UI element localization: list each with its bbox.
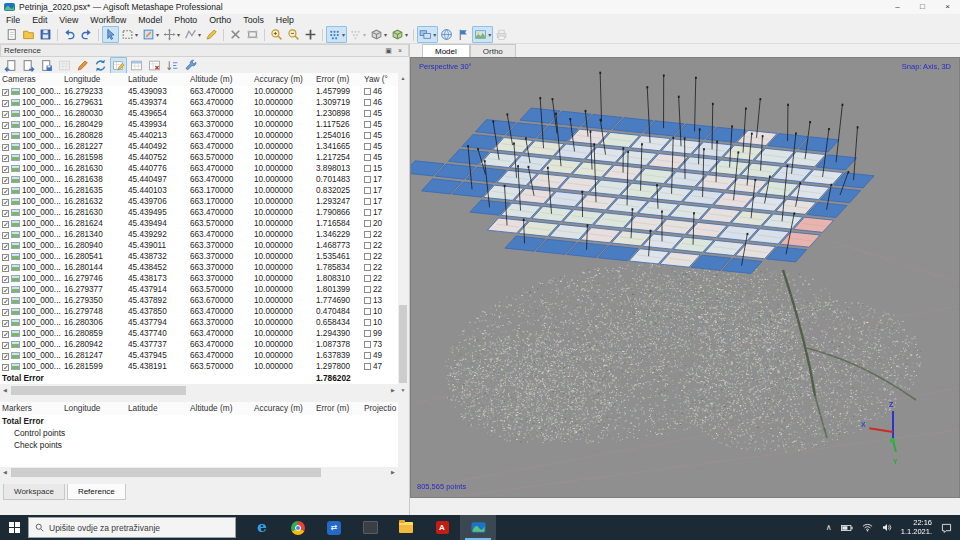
column-header[interactable]: Longitude <box>64 73 126 86</box>
menu-edit[interactable]: Edit <box>26 14 53 26</box>
zoom-out-icon[interactable] <box>285 26 302 43</box>
optimize-cameras-icon[interactable] <box>74 57 91 74</box>
battery-icon[interactable] <box>841 524 853 532</box>
camera-row[interactable]: ✓100_000...16.27937745.437914663.5700001… <box>0 284 398 295</box>
camera-row[interactable]: ✓100_000...16.28042945.439934663.3700001… <box>0 119 398 130</box>
save-project-icon[interactable] <box>37 26 54 43</box>
redo-icon[interactable] <box>78 26 95 43</box>
camera-row[interactable]: ✓100_000...16.28163045.440776663.4700001… <box>0 163 398 174</box>
camera-enabled-checkbox[interactable]: ✓ <box>2 265 9 272</box>
camera-enabled-checkbox[interactable]: ✓ <box>2 166 9 173</box>
menu-tools[interactable]: Tools <box>237 14 270 26</box>
wifi-icon[interactable] <box>862 523 873 532</box>
column-header[interactable]: Accuracy (m) <box>254 402 314 415</box>
chrome-taskbar-icon[interactable] <box>280 515 316 540</box>
new-document-icon[interactable] <box>3 26 20 43</box>
column-header[interactable]: Error (m) <box>316 73 362 86</box>
camera-row[interactable]: ✓100_000...16.28014445.438452663.3700001… <box>0 262 398 273</box>
yaw-checkbox[interactable] <box>364 242 371 249</box>
yaw-checkbox[interactable] <box>364 253 371 260</box>
minimize-button[interactable]: – <box>885 0 910 14</box>
menu-photo[interactable]: Photo <box>168 14 203 26</box>
zoom-in-icon[interactable] <box>268 26 285 43</box>
yaw-checkbox[interactable] <box>364 330 371 337</box>
view-errors-icon[interactable] <box>146 57 163 74</box>
yaw-checkbox[interactable] <box>364 209 371 216</box>
file-explorer-taskbar-icon[interactable] <box>388 515 424 540</box>
cameras-horizontal-scrollbar[interactable]: ◀ ▶ <box>0 385 398 396</box>
taskbar-search-input[interactable]: Upišite ovdje za pretraživanje <box>28 517 236 538</box>
column-header[interactable]: Longitude <box>64 402 126 415</box>
camera-row[interactable]: ✓100_000...16.27935045.437892663.6700001… <box>0 295 398 306</box>
camera-row[interactable]: ✓100_000...16.28094045.439011663.3700001… <box>0 240 398 251</box>
marker-row[interactable]: Check points <box>0 439 398 451</box>
column-header[interactable]: Accuracy (m) <box>254 73 314 86</box>
dropdown-arrow-icon[interactable]: ▾ <box>156 31 159 38</box>
sort-items-icon[interactable] <box>164 57 181 74</box>
teamviewer-taskbar-icon[interactable]: ⇄ <box>316 515 352 540</box>
metashape-taskbar-icon[interactable] <box>460 515 496 540</box>
yaw-checkbox[interactable] <box>364 99 371 106</box>
undo-icon[interactable] <box>61 26 78 43</box>
rectangle-selection-icon[interactable]: ▾ <box>119 26 140 43</box>
camera-enabled-checkbox[interactable]: ✓ <box>2 133 9 140</box>
view-estimated-icon[interactable] <box>128 57 145 74</box>
column-header[interactable]: Altitude (m) <box>190 73 252 86</box>
column-header[interactable]: Yaw (° <box>364 73 397 86</box>
camera-row[interactable]: ✓100_000...16.28124745.437945663.4700001… <box>0 350 398 361</box>
dense-cloud-view-icon[interactable]: ▾ <box>347 26 368 43</box>
dropdown-arrow-icon[interactable]: ▾ <box>405 31 408 38</box>
camera-row[interactable]: ✓100_000...16.28134045.439292663.4700001… <box>0 229 398 240</box>
marker-row[interactable]: Control points <box>0 427 398 439</box>
convert-reference-icon[interactable] <box>56 57 73 74</box>
view-tab-model[interactable]: Model <box>422 44 470 58</box>
camera-row[interactable]: ✓100_000...16.27923345.439093663.4700001… <box>0 86 398 97</box>
scroll-left-arrow[interactable]: ◀ <box>0 467 10 478</box>
yaw-checkbox[interactable] <box>364 176 371 183</box>
draw-polyline-icon[interactable] <box>203 26 220 43</box>
camera-row[interactable]: ✓100_000...16.28163245.439706663.1700001… <box>0 196 398 207</box>
yaw-checkbox[interactable] <box>364 154 371 161</box>
camera-row[interactable]: ✓100_000...16.28122745.440492663.4700001… <box>0 141 398 152</box>
dropdown-arrow-icon[interactable]: ▾ <box>363 31 366 38</box>
camera-enabled-checkbox[interactable]: ✓ <box>2 177 9 184</box>
menu-ortho[interactable]: Ortho <box>203 14 237 26</box>
menu-help[interactable]: Help <box>270 14 300 26</box>
marker-row[interactable]: Total Error <box>0 415 398 427</box>
camera-enabled-checkbox[interactable]: ✓ <box>2 199 9 206</box>
update-transform-icon[interactable] <box>92 57 109 74</box>
scroll-right-arrow[interactable]: ▶ <box>388 385 398 396</box>
shaded-view-icon[interactable]: ▾ <box>368 26 389 43</box>
panel-tab-reference[interactable]: Reference <box>67 484 126 500</box>
dropdown-arrow-icon[interactable]: ▾ <box>342 31 345 38</box>
camera-enabled-checkbox[interactable]: ✓ <box>2 342 9 349</box>
reference-settings-icon[interactable] <box>182 57 199 74</box>
save-estimates-icon[interactable] <box>38 57 55 74</box>
import-reference-icon[interactable] <box>2 57 19 74</box>
column-header[interactable]: Projectio <box>364 402 397 415</box>
navigation-tool-icon[interactable] <box>102 26 119 43</box>
camera-enabled-checkbox[interactable]: ✓ <box>2 276 9 283</box>
folder-dark-taskbar-icon[interactable] <box>352 515 388 540</box>
float-panel-icon[interactable]: ▣ <box>382 47 395 55</box>
acrobat-taskbar-icon[interactable]: A <box>424 515 460 540</box>
dropdown-arrow-icon[interactable]: ▾ <box>198 31 201 38</box>
camera-row[interactable]: ✓100_000...16.28159845.440752663.5700001… <box>0 152 398 163</box>
camera-enabled-checkbox[interactable]: ✓ <box>2 320 9 327</box>
column-header[interactable]: Altitude (m) <box>190 402 252 415</box>
camera-enabled-checkbox[interactable]: ✓ <box>2 111 9 118</box>
menu-file[interactable]: File <box>0 14 26 26</box>
camera-enabled-checkbox[interactable]: ✓ <box>2 188 9 195</box>
camera-enabled-checkbox[interactable]: ✓ <box>2 122 9 129</box>
yaw-checkbox[interactable] <box>364 352 371 359</box>
point-cloud-view-icon[interactable]: ▾ <box>326 26 347 43</box>
yaw-checkbox[interactable] <box>364 220 371 227</box>
scroll-up-arrow[interactable]: ▲ <box>398 73 408 83</box>
yaw-checkbox[interactable] <box>364 363 371 370</box>
yaw-checkbox[interactable] <box>364 121 371 128</box>
camera-enabled-checkbox[interactable]: ✓ <box>2 144 9 151</box>
panel-tab-workspace[interactable]: Workspace <box>3 484 65 500</box>
notifications-icon[interactable] <box>941 523 952 533</box>
camera-enabled-checkbox[interactable]: ✓ <box>2 309 9 316</box>
show-markers-icon[interactable] <box>455 26 472 43</box>
